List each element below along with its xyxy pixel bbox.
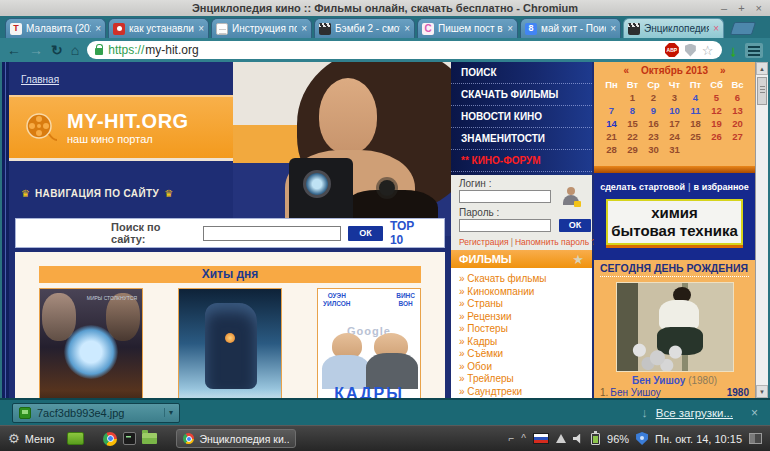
tab-close-icon[interactable]: × xyxy=(404,23,410,34)
scroll-up-icon[interactable]: ▲ xyxy=(756,62,768,75)
ad-banner[interactable]: химия бытовая техника xyxy=(606,199,743,245)
all-downloads-link[interactable]: Все загрузки... xyxy=(656,407,733,419)
battery-icon[interactable] xyxy=(591,433,600,445)
file-manager-launcher-icon[interactable] xyxy=(142,433,157,444)
favorites-link[interactable]: в избранное xyxy=(694,182,749,192)
browser-tab[interactable]: как устанавлив× xyxy=(108,18,209,38)
birthday-row-name-link[interactable]: Бен Уишоу xyxy=(610,386,660,398)
calendar-date[interactable]: 11 xyxy=(685,104,706,117)
tab-close-icon[interactable]: × xyxy=(198,23,204,34)
movie-poster-mortal-instruments[interactable]: МИРЫ СТОЛКНУТСЯ xyxy=(39,288,143,398)
movie-poster-internship[interactable]: ОУЭН УИЛСОН ВИНС ВОН Google КАДРЫ xyxy=(317,288,421,398)
home-icon[interactable]: ⌂ xyxy=(71,43,79,57)
films-menu-link[interactable]: » Обои xyxy=(459,361,592,374)
calendar-prev-icon[interactable]: « xyxy=(623,65,629,76)
shield-icon[interactable] xyxy=(685,44,696,57)
browser-menu-icon[interactable] xyxy=(745,43,763,58)
calendar-next-icon[interactable]: » xyxy=(720,65,726,76)
remind-password-link[interactable]: Напомнить пароль ? xyxy=(515,237,596,247)
birthday-section: СЕГОДНЯ ДЕНЬ РОЖДЕНИЯ Бен Уишоу (1980) 1… xyxy=(594,260,755,398)
login-ok-button[interactable]: ОК xyxy=(559,219,591,232)
browser-tab[interactable]: CПишем пост в× xyxy=(417,18,518,38)
terminal-launcher-icon[interactable] xyxy=(123,432,136,445)
films-menu-link[interactable]: » Кадры xyxy=(459,336,592,349)
site-menu-item[interactable]: ЗНАМЕНИТОСТИ xyxy=(451,128,592,150)
films-menu-link[interactable]: » Постеры xyxy=(459,323,592,336)
security-shield-icon[interactable] xyxy=(636,432,648,445)
maximize-icon[interactable]: + xyxy=(738,0,744,16)
browser-tab[interactable]: 8май хит - Поис× xyxy=(520,18,621,38)
tab-close-icon[interactable]: × xyxy=(507,23,513,34)
tab-close-icon[interactable]: × xyxy=(713,23,719,34)
films-menu-link[interactable]: » Съёмки xyxy=(459,348,592,361)
site-menu-item[interactable]: ПОИСК xyxy=(451,62,592,84)
calendar-date[interactable]: 9 xyxy=(643,104,664,117)
movie-poster-pacific-rim[interactable] xyxy=(178,288,282,398)
tab-close-icon[interactable]: × xyxy=(610,23,616,34)
calendar-date[interactable]: 7 xyxy=(601,104,622,117)
download-bar-close-icon[interactable]: × xyxy=(751,406,758,420)
films-menu-link[interactable]: » Саундтреки xyxy=(459,386,592,399)
download-extension-icon[interactable]: ↓ xyxy=(730,43,738,58)
page-scrollbar[interactable]: ▲ ▼ xyxy=(755,62,768,398)
tray-widget-icon[interactable]: ⌐ xyxy=(508,434,514,444)
minimize-icon[interactable]: – xyxy=(721,0,727,16)
films-menu-link[interactable]: » Рецензии xyxy=(459,311,592,324)
back-icon[interactable]: ← xyxy=(7,43,21,57)
volume-icon[interactable] xyxy=(573,434,584,444)
clock[interactable]: Пн. окт. 14, 10:15 xyxy=(655,433,742,445)
scroll-down-icon[interactable]: ▼ xyxy=(756,385,768,398)
show-desktop-icon[interactable] xyxy=(67,432,84,445)
reload-icon[interactable]: ↻ xyxy=(51,43,63,57)
network-icon[interactable] xyxy=(556,434,566,443)
register-link[interactable]: Регистрация xyxy=(459,237,509,247)
crown-icon: ♛ xyxy=(164,188,173,199)
workspace-switcher-icon[interactable] xyxy=(749,433,762,444)
make-home-link[interactable]: сделать стартовой xyxy=(600,182,685,192)
site-menu-item[interactable]: СКАЧАТЬ ФИЛЬМЫ xyxy=(451,84,592,106)
tab-close-icon[interactable]: × xyxy=(95,23,101,34)
birthday-person-link[interactable]: Бен Уишоу xyxy=(632,375,685,386)
films-menu-link[interactable]: » Страны xyxy=(459,298,592,311)
close-icon[interactable]: × xyxy=(756,0,762,16)
site-menu-item[interactable]: ** КИНО-ФОРУМ xyxy=(451,150,592,172)
browser-tab[interactable]: Бэмби 2 - смот× xyxy=(314,18,415,38)
calendar-date[interactable]: 10 xyxy=(664,104,685,117)
site-search-input[interactable] xyxy=(203,226,341,241)
calendar-date[interactable]: 14 xyxy=(601,117,622,130)
new-tab-button[interactable] xyxy=(730,22,756,35)
calendar-day-name: Чт xyxy=(664,78,685,91)
browser-tab[interactable]: Инструкция по× xyxy=(211,18,312,38)
tab-close-icon[interactable]: × xyxy=(301,23,307,34)
chromium-launcher-icon[interactable] xyxy=(103,432,117,446)
start-menu-button[interactable]: ⚙ Меню xyxy=(8,432,54,445)
downloaded-file-chip[interactable]: 7acf3db993e4.jpg ▾ xyxy=(12,403,180,423)
films-menu-link[interactable]: » Трейлеры xyxy=(459,373,592,386)
browser-tab-active[interactable]: Энциклопедия× xyxy=(623,18,724,38)
calendar-date[interactable]: 8 xyxy=(622,104,643,117)
home-page-link[interactable]: Главная xyxy=(21,74,59,85)
birthday-photo[interactable] xyxy=(616,282,734,372)
site-menu-item[interactable]: НОВОСТИ КИНО xyxy=(451,106,592,128)
chevron-down-icon[interactable]: ▾ xyxy=(164,408,173,417)
nav-banner-label: НАВИГАЦИЯ ПО САЙТУ xyxy=(35,188,159,199)
top10-link[interactable]: ТОР 10 xyxy=(390,219,430,247)
taskbar-window-button[interactable]: Энциклопедия ки... xyxy=(176,429,296,448)
tray-expand-icon[interactable]: ^ xyxy=(521,434,526,444)
films-menu-link[interactable]: » Скачать фильмы xyxy=(459,273,592,286)
adblock-icon[interactable]: ABP xyxy=(665,43,679,57)
login-input[interactable] xyxy=(459,190,551,203)
bookmark-star-icon[interactable]: ☆ xyxy=(702,44,714,57)
address-bar[interactable]: https:// my-hit.org ABP ☆ xyxy=(87,41,721,59)
password-input[interactable] xyxy=(459,219,551,232)
site-search-ok-button[interactable]: ОК xyxy=(348,226,383,241)
calendar-date[interactable]: 4 xyxy=(685,91,706,104)
ad-line2: бытовая техника xyxy=(611,222,738,240)
films-menu-link[interactable]: » Кинокомпании xyxy=(459,286,592,299)
tab-label: Инструкция по xyxy=(232,23,297,34)
browser-tab[interactable]: TМалавита (201× xyxy=(5,18,106,38)
scrollbar-thumb[interactable] xyxy=(757,77,767,105)
birthday-row-year: 1980 xyxy=(727,386,749,398)
forward-icon[interactable]: → xyxy=(29,43,43,57)
keyboard-layout-flag-icon[interactable] xyxy=(533,433,549,444)
